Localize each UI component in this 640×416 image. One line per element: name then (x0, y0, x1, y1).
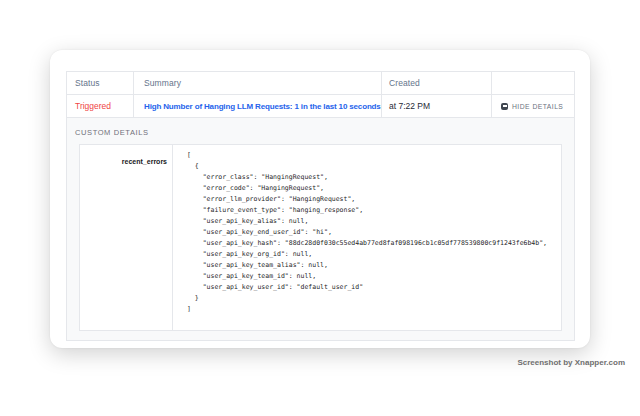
alert-card: Status Summary Created Triggered High Nu… (50, 50, 590, 348)
alerts-table: Status Summary Created Triggered High Nu… (66, 71, 575, 341)
details-value-column: [ { "error_class": "HangingRequest", "er… (173, 145, 561, 330)
collapse-minus-icon (501, 103, 508, 110)
custom-details-heading: CUSTOM DETAILS (75, 128, 149, 137)
created-timestamp: at 7:22 PM (389, 101, 430, 111)
column-header-summary: Summary (134, 72, 382, 95)
xnapper-watermark: Screenshot by Xnapper.com (517, 358, 625, 367)
alert-summary-link[interactable]: High Number of Hanging LLM Requests: 1 i… (144, 102, 382, 111)
status-badge: Triggered (75, 101, 111, 111)
column-header-created: Created (382, 72, 492, 95)
page-background: { "page": { "watermark": "Screenshot by … (0, 0, 640, 416)
custom-details-section: CUSTOM DETAILS recent_errors [ { "error_… (67, 118, 574, 340)
actions-cell: HIDE DETAILS (492, 95, 574, 118)
table-header-row: Status Summary Created (67, 72, 574, 95)
column-header-status: Status (67, 72, 134, 95)
created-cell: at 7:22 PM (382, 95, 492, 118)
column-header-actions (492, 72, 574, 95)
alert-row: Triggered High Number of Hanging LLM Req… (67, 95, 574, 118)
recent-errors-json: [ { "error_class": "HangingRequest", "er… (187, 150, 561, 315)
status-cell: Triggered (67, 95, 134, 118)
details-key-column: recent_errors (80, 145, 173, 330)
hide-details-label: HIDE DETAILS (512, 103, 563, 110)
hide-details-button[interactable]: HIDE DETAILS (501, 103, 563, 110)
details-panel: recent_errors [ { "error_class": "Hangin… (79, 144, 562, 331)
summary-cell: High Number of Hanging LLM Requests: 1 i… (134, 95, 382, 118)
details-field-name: recent_errors (122, 158, 167, 165)
